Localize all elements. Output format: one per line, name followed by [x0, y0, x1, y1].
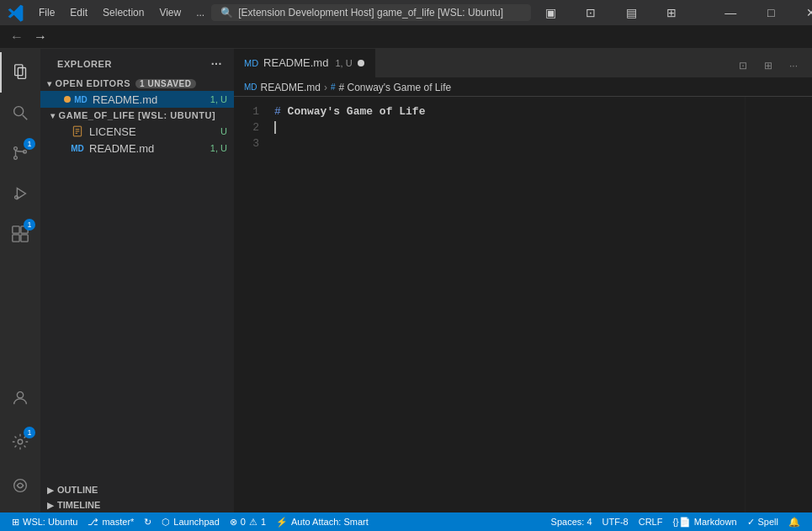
outline-section-header[interactable]: ▶ Outline	[40, 482, 234, 497]
status-notifications[interactable]: 🔔	[783, 512, 805, 531]
activity-run[interactable]	[0, 173, 40, 214]
files-icon	[12, 63, 30, 82]
run-icon	[11, 184, 29, 203]
title-search-bar[interactable]: 🔍 [Extension Development Host] game_of_l…	[211, 4, 531, 21]
activity-extensions[interactable]: 1	[0, 214, 40, 254]
svg-point-15	[14, 480, 27, 492]
title-search-text: [Extension Development Host] game_of_lif…	[238, 7, 503, 19]
editor-more-btn[interactable]: ···	[782, 54, 805, 77]
open-file-name: README.md	[93, 93, 157, 106]
menu-more[interactable]: ...	[189, 5, 211, 20]
split-editor-btn[interactable]: ⊞	[756, 54, 780, 77]
unsaved-badge: 1 unsaved	[135, 79, 195, 88]
menu-selection[interactable]: Selection	[96, 5, 151, 20]
layout-panel-btn[interactable]: ▤	[612, 0, 650, 25]
readme-file-icon: MD	[71, 141, 84, 155]
svg-point-14	[18, 439, 23, 444]
sidebar: Explorer ··· ▾ Open Editors 1 unsaved MD…	[40, 49, 234, 512]
warning-icon: ⚠	[249, 517, 257, 528]
open-editors-header[interactable]: ▾ Open Editors 1 unsaved	[40, 76, 234, 91]
nav-bar: ← →	[0, 25, 812, 49]
tab-readme[interactable]: MD README.md 1, U	[234, 49, 375, 77]
error-icon: ⊗	[230, 517, 237, 528]
code-editor[interactable]: # Conway's Game of Life	[268, 97, 745, 512]
svg-point-5	[14, 157, 18, 160]
project-section-header[interactable]: ▾ GAME_OF_LIFE [WSL: UBUNTU]	[40, 108, 234, 123]
text-cursor	[274, 121, 276, 134]
activity-explorer[interactable]	[0, 52, 40, 93]
project-file-readme[interactable]: MD README.md 1, U	[40, 140, 234, 157]
code-line-2	[274, 119, 745, 135]
svg-rect-12	[13, 235, 19, 242]
status-attach[interactable]: ⚡ Auto Attach: Smart	[271, 512, 374, 531]
activity-search[interactable]	[0, 93, 40, 133]
heading-token: Conway's Game of Life	[281, 105, 426, 118]
sidebar-actions: ···	[210, 56, 224, 72]
editor-layout-btn[interactable]: ⊡	[731, 54, 755, 77]
timeline-section-header[interactable]: ▶ Timeline	[40, 497, 234, 512]
status-endings-text: CRLF	[639, 517, 663, 527]
breadcrumb-separator: ›	[324, 82, 327, 93]
sidebar-title: Explorer ···	[40, 49, 234, 76]
forward-button[interactable]: →	[30, 28, 50, 46]
titlebar-center: 🔍 [Extension Development Host] game_of_l…	[211, 4, 531, 21]
menu-file[interactable]: File	[32, 5, 61, 20]
status-language[interactable]: {}📄 Markdown	[667, 512, 741, 531]
breadcrumb-symbol[interactable]: # Conway's Game of Life	[338, 82, 451, 93]
layout-toggle-btn[interactable]: ▣	[531, 0, 570, 25]
open-editors-chevron: ▾	[47, 79, 52, 88]
editor-content[interactable]: 1 2 3 # Conway's Game of Life	[234, 97, 745, 512]
status-launchpad[interactable]: ⬡ Launchpad	[157, 512, 224, 531]
status-spaces-text: Spaces: 4	[551, 517, 592, 527]
activity-settings[interactable]: 1	[0, 422, 40, 462]
open-file-readme[interactable]: MD README.md 1, U	[40, 91, 234, 108]
status-git-branch[interactable]: ⎇ master*	[82, 512, 139, 531]
breadcrumb-file[interactable]: README.md	[261, 82, 321, 93]
status-feedback[interactable]: ✓ Spell	[742, 512, 783, 531]
svg-line-3	[23, 115, 28, 120]
status-spaces[interactable]: Spaces: 4	[546, 512, 597, 531]
status-git-sync[interactable]: ↻	[139, 512, 157, 531]
maximize-button[interactable]: □	[751, 0, 790, 25]
editor-scroll-area: 1 2 3 # Conway's Game of Life	[234, 97, 812, 512]
status-feedback-text: Spell	[758, 517, 778, 527]
tab-md-icon: MD	[244, 58, 258, 68]
sidebar-title-text: Explorer	[57, 59, 112, 69]
status-errors[interactable]: ⊗ 0 ⚠ 1	[225, 512, 271, 531]
close-button[interactable]: ✕	[792, 0, 812, 25]
layout-split-btn[interactable]: ⊡	[571, 0, 610, 25]
tab-bar-actions: ⊡ ⊞ ···	[724, 54, 812, 77]
menu-edit[interactable]: Edit	[63, 5, 94, 20]
code-line-3	[274, 135, 745, 151]
status-line-endings[interactable]: CRLF	[634, 512, 668, 531]
project-file-license[interactable]: LICENSE U	[40, 123, 234, 140]
sync-icon: ↻	[144, 517, 151, 528]
menu-view[interactable]: View	[152, 5, 188, 20]
status-warnings-text: 1	[261, 517, 266, 527]
main-container: 1 1	[0, 49, 812, 512]
titlebar-left: File Edit Selection View ...	[7, 3, 211, 22]
status-bar: ⊞ WSL: Ubuntu ⎇ master* ↻ ⬡ Launchpad ⊗ …	[0, 512, 812, 531]
activity-remote[interactable]	[0, 465, 40, 506]
tab-modified-dot	[358, 60, 364, 66]
source-control-badge: 1	[24, 138, 35, 150]
line-numbers: 1 2 3	[234, 97, 268, 512]
project-file-license-badge: U	[220, 126, 227, 136]
md-file-icon: MD	[74, 93, 88, 106]
status-wsl[interactable]: ⊞ WSL: Ubuntu	[7, 512, 82, 531]
tab-bar: MD README.md 1, U ⊡ ⊞ ···	[234, 49, 812, 78]
activity-account[interactable]	[0, 378, 40, 418]
status-encoding[interactable]: UTF-8	[597, 512, 634, 531]
extensions-badge: 1	[24, 219, 35, 231]
back-button[interactable]: ←	[7, 28, 27, 46]
svg-point-2	[14, 107, 24, 116]
activity-bar: 1 1	[0, 49, 40, 512]
minimize-button[interactable]: —	[711, 0, 750, 25]
launchpad-icon: ⬡	[162, 517, 170, 528]
layout-grid-btn[interactable]: ⊞	[652, 0, 691, 25]
line-num-1: 1	[234, 104, 259, 119]
sidebar-more-btn[interactable]: ···	[210, 56, 224, 72]
activity-source-control[interactable]: 1	[0, 133, 40, 173]
breadcrumb: MD README.md › # # Conway's Game of Life	[234, 78, 812, 97]
open-editors-label: Open Editors	[56, 78, 131, 88]
